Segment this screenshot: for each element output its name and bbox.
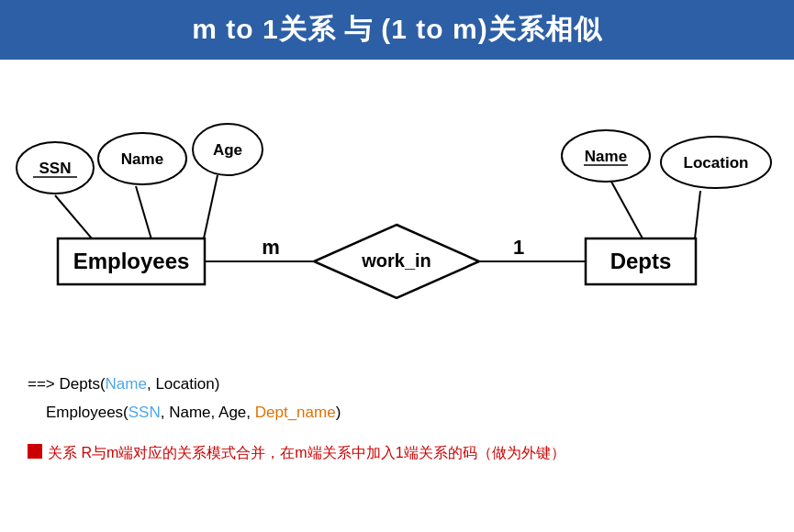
line2-suffix: )	[336, 404, 341, 421]
svg-line-0	[55, 195, 92, 238]
red-square-icon	[28, 444, 42, 459]
ssn-attribute-label: SSN	[39, 160, 72, 177]
employees-entity-label: Employees	[73, 249, 190, 273]
svg-line-1	[136, 186, 151, 239]
depts-entity-label: Depts	[610, 249, 672, 273]
svg-line-2	[204, 175, 218, 238]
slide-title: m to 1关系 与 (1 to m)关系相似	[0, 0, 794, 60]
work-in-label: work_in	[361, 250, 431, 271]
annotations-section: ==> Depts(Name, Location) Employees(SSN,…	[0, 362, 794, 436]
line2-mid: , Name, Age,	[161, 404, 255, 421]
line2-orange: Dept_name	[255, 404, 336, 421]
er-svg: Employees Depts work_in m 1 SSN Name Age…	[0, 60, 794, 362]
dept-name-attribute-label: Name	[585, 148, 627, 165]
note-text: 关系 R与m端对应的关系模式合并，在m端关系中加入1端关系的码（做为外键）	[48, 441, 565, 465]
line1-suffix: , Location)	[147, 375, 219, 393]
svg-line-6	[695, 191, 700, 238]
cardinality-1: 1	[513, 236, 524, 259]
line1-prefix: ==> Depts(	[28, 375, 106, 393]
bottom-note: 关系 R与m端对应的关系模式合并，在m端关系中加入1端关系的码（做为外键）	[0, 436, 794, 471]
annotation-line1: ==> Depts(Name, Location)	[28, 371, 766, 398]
er-diagram: Employees Depts work_in m 1 SSN Name Age…	[0, 60, 794, 362]
line1-blue: Name	[106, 375, 147, 393]
annotation-line2: Employees(SSN, Name, Age, Dept_name)	[28, 400, 766, 427]
line2-prefix: Employees(	[46, 404, 129, 421]
emp-name-attribute-label: Name	[121, 150, 163, 168]
location-attribute-label: Location	[684, 154, 749, 172]
line2-blue: SSN	[129, 404, 161, 421]
cardinality-m: m	[262, 236, 280, 259]
svg-line-5	[611, 182, 643, 238]
age-attribute-label: Age	[213, 141, 242, 159]
